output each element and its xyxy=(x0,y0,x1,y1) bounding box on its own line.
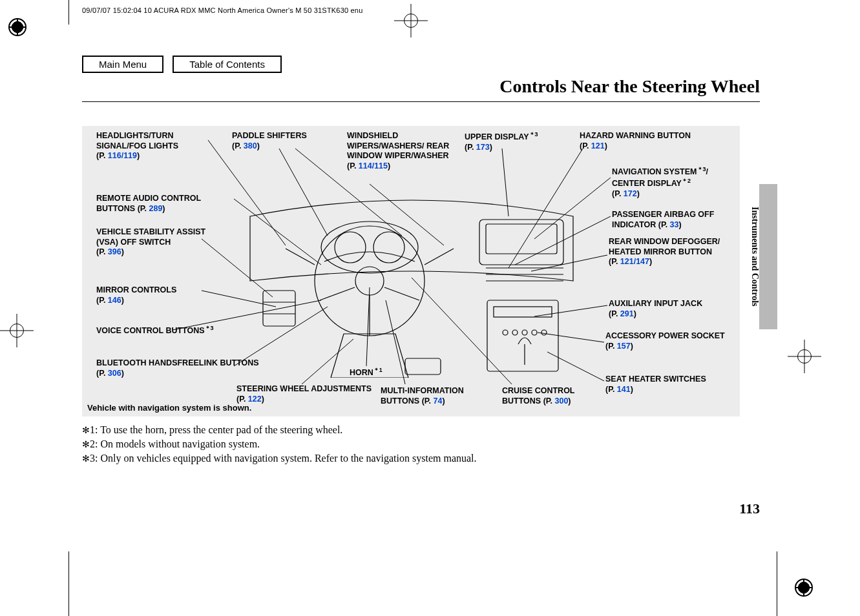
page-number: 113 xyxy=(739,500,760,517)
print-header-meta: 09/07/07 15:02:04 10 ACURA RDX MMC North… xyxy=(82,6,363,14)
crop-tick-top-left-icon xyxy=(68,0,69,25)
footnote-2: 2: On models without navigation system. xyxy=(90,438,260,449)
svg-line-38 xyxy=(302,339,353,384)
svg-line-27 xyxy=(279,149,328,236)
registration-mark-top-left-icon xyxy=(8,18,26,36)
footnote-star-icon: ✻ xyxy=(82,440,90,449)
svg-line-22 xyxy=(234,199,321,265)
main-menu-button[interactable]: Main Menu xyxy=(82,56,163,73)
svg-line-23 xyxy=(202,239,273,297)
crop-mark-top-center-icon xyxy=(398,8,424,34)
section-tab xyxy=(759,184,777,329)
svg-line-25 xyxy=(173,300,321,330)
footnote-3: 3: Only on vehicles equipped with naviga… xyxy=(90,453,477,464)
svg-line-37 xyxy=(547,352,604,381)
table-of-contents-button[interactable]: Table of Contents xyxy=(173,56,282,73)
footnote-1: 1: To use the horn, press the center pad… xyxy=(90,424,342,435)
section-tab-label: Instruments and Controls xyxy=(750,207,760,307)
leader-lines-icon xyxy=(82,126,740,416)
svg-line-35 xyxy=(534,305,607,316)
diagram-caption: Vehicle with navigation system is shown. xyxy=(87,403,251,413)
svg-line-36 xyxy=(538,333,604,342)
svg-line-26 xyxy=(234,307,328,366)
svg-line-31 xyxy=(509,149,583,268)
footnote-star-icon: ✻ xyxy=(82,454,90,464)
dashboard-diagram: HEADLIGHTS/TURN SIGNAL/FOG LIGHTS (P. 11… xyxy=(82,126,740,416)
footnotes: ✻1: To use the horn, press the center pa… xyxy=(82,423,477,466)
title-divider xyxy=(82,101,760,102)
crop-tick-bottom-left-icon xyxy=(68,551,69,616)
page-title: Controls Near the Steering Wheel xyxy=(499,76,760,97)
svg-line-30 xyxy=(502,149,509,216)
svg-line-28 xyxy=(295,149,402,236)
crop-mark-right-center-icon xyxy=(792,344,817,369)
svg-line-40 xyxy=(386,300,405,384)
crop-tick-bottom-right-icon xyxy=(777,551,777,616)
crop-mark-left-center-icon xyxy=(4,318,30,344)
svg-line-21 xyxy=(208,140,286,245)
footnote-star-icon: ✻ xyxy=(82,426,90,435)
registration-mark-bottom-right-icon xyxy=(795,579,813,597)
svg-line-24 xyxy=(202,291,276,307)
svg-line-29 xyxy=(370,184,444,245)
svg-line-34 xyxy=(531,255,607,271)
svg-line-41 xyxy=(412,278,512,384)
svg-line-39 xyxy=(366,287,370,366)
